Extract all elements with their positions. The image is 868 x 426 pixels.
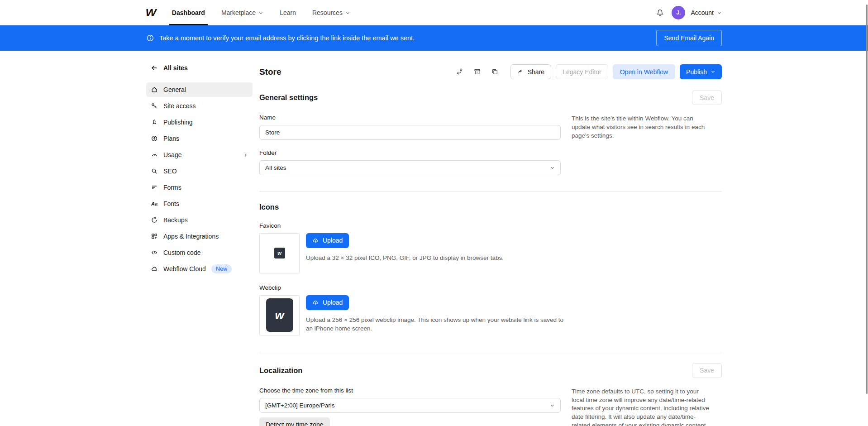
notifications-button[interactable]: [654, 7, 666, 19]
folder-label: Folder: [259, 149, 561, 156]
upload-label: Upload: [323, 237, 343, 244]
name-help-text: This is the site's title within Webflow.…: [572, 114, 710, 140]
sidebar-item-label: Webflow Cloud: [163, 265, 206, 273]
sidebar-item-general[interactable]: General: [146, 82, 253, 97]
sidebar-item-plans[interactable]: Plans: [146, 131, 253, 146]
favicon-label: Favicon: [259, 222, 722, 229]
upload-cloud-icon: [312, 299, 319, 306]
grid-plus-icon: [151, 233, 158, 240]
gauge-icon: [151, 151, 158, 158]
sidebar-item-forms[interactable]: Forms: [146, 180, 253, 195]
page-scrollbar[interactable]: [866, 5, 868, 394]
sidebar-item-site-access[interactable]: Site access: [146, 99, 253, 113]
arrow-up-circle-icon: [151, 135, 158, 142]
send-email-again-button[interactable]: Send Email Again: [656, 30, 722, 46]
webclip-upload-button[interactable]: Upload: [306, 295, 349, 310]
nav-item-dashboard[interactable]: Dashboard: [172, 0, 205, 25]
publish-button[interactable]: Publish: [680, 64, 722, 79]
webclip-preview: w: [259, 295, 300, 335]
transfer-icon: [456, 68, 463, 76]
webflow-logo-icon[interactable]: W: [146, 7, 156, 19]
sidebar-item-label: Publishing: [163, 119, 193, 126]
nav-item-resources[interactable]: Resources: [312, 0, 350, 25]
sidebar-item-apps-integrations[interactable]: Apps & Integrations: [146, 229, 253, 244]
page-title: Store: [259, 67, 281, 77]
info-icon: [146, 34, 154, 42]
cloud-icon: [151, 265, 158, 273]
sidebar-item-label: SEO: [163, 168, 177, 175]
share-button[interactable]: Share: [510, 64, 551, 79]
nav-label: Resources: [312, 9, 343, 16]
sidebar-item-label: Forms: [163, 184, 181, 191]
sidebar-item-webflow-cloud[interactable]: Webflow Cloud New: [146, 262, 253, 276]
open-in-webflow-button[interactable]: Open in Webflow: [613, 64, 675, 79]
home-icon: [151, 86, 158, 93]
chevron-down-icon: [550, 403, 555, 408]
back-label: All sites: [163, 64, 188, 72]
primary-nav: Dashboard Marketplace Learn Resources: [172, 0, 350, 25]
folder-select-value: All sites: [265, 164, 286, 171]
account-label: Account: [691, 9, 714, 16]
sidebar-item-fonts[interactable]: Aa Fonts: [146, 196, 253, 211]
favicon-upload-button[interactable]: Upload: [306, 233, 349, 248]
sidebar-item-seo[interactable]: SEO: [146, 164, 253, 178]
section-divider: [259, 191, 722, 192]
legacy-editor-button[interactable]: Legacy Editor: [556, 64, 608, 79]
timezone-help-text: Time zone defaults to UTC, so setting it…: [572, 387, 710, 426]
general-save-button[interactable]: Save: [692, 90, 722, 105]
folder-select[interactable]: All sites: [259, 160, 561, 175]
detect-timezone-button[interactable]: Detect my time zone: [259, 417, 330, 426]
archive-icon: [473, 68, 481, 76]
sidebar-item-usage[interactable]: Usage: [146, 148, 253, 162]
sidebar-item-label: Usage: [163, 151, 181, 158]
list-lines-icon: [151, 184, 158, 191]
sidebar-item-label: Backups: [163, 216, 188, 224]
site-name-input[interactable]: [259, 125, 561, 140]
email-verification-banner: Take a moment to verify your email addre…: [0, 25, 868, 51]
webclip-help-text: Upload a 256 × 256 pixel webclip image. …: [306, 316, 564, 333]
timezone-select[interactable]: [GMT+2:00] Europe/Paris: [259, 398, 561, 413]
sidebar-item-backups[interactable]: Backups: [146, 213, 253, 227]
upload-cloud-icon: [312, 237, 319, 244]
account-menu[interactable]: Account: [691, 9, 722, 16]
sidebar-item-publishing[interactable]: Publishing: [146, 115, 253, 129]
duplicate-site-button[interactable]: [489, 66, 501, 77]
nav-item-marketplace[interactable]: Marketplace: [221, 0, 263, 25]
chevron-down-icon: [711, 69, 715, 74]
back-to-all-sites[interactable]: All sites: [146, 64, 253, 72]
key-icon: [151, 102, 158, 110]
localization-save-button[interactable]: Save: [692, 363, 722, 378]
share-arrow-icon: [517, 68, 524, 75]
nav-item-learn[interactable]: Learn: [280, 0, 296, 25]
name-label: Name: [259, 114, 561, 121]
sidebar-item-custom-code[interactable]: Custom code: [146, 245, 253, 260]
arrow-left-icon: [151, 64, 158, 72]
nav-label: Dashboard: [172, 9, 205, 16]
banner-message: Take a moment to verify your email addre…: [159, 34, 415, 42]
rocket-icon: [151, 119, 158, 126]
chevron-down-icon: [258, 10, 263, 15]
sidebar-item-label: Apps & Integrations: [163, 233, 219, 240]
sidebar-item-label: Site access: [163, 102, 196, 110]
transfer-site-button[interactable]: [454, 66, 465, 77]
archive-site-button[interactable]: [472, 66, 483, 77]
localization-heading: Localization: [259, 366, 302, 375]
history-icon: [151, 216, 158, 224]
share-label: Share: [528, 68, 544, 76]
chevron-right-icon: [243, 153, 248, 158]
chevron-down-icon: [717, 10, 722, 15]
icons-heading: Icons: [259, 203, 279, 211]
chevron-down-icon: [550, 165, 555, 170]
code-icon: [151, 249, 158, 256]
favicon-thumbnail: w: [274, 248, 285, 258]
favicon-help-text: Upload a 32 × 32 pixel ICO, PNG, GIF, or…: [306, 254, 504, 263]
upload-label: Upload: [323, 299, 343, 306]
avatar[interactable]: J.: [672, 6, 685, 19]
timezone-label: Choose the time zone from this list: [259, 387, 561, 394]
sidebar-item-label: Fonts: [163, 200, 179, 207]
search-icon: [151, 168, 158, 175]
nav-label: Marketplace: [221, 9, 256, 16]
top-navigation-bar: W Dashboard Marketplace Learn Resources: [0, 0, 868, 25]
site-actions-toolbar: Share Legacy Editor Open in Webflow Publ…: [454, 64, 722, 79]
duplicate-icon: [491, 68, 499, 76]
